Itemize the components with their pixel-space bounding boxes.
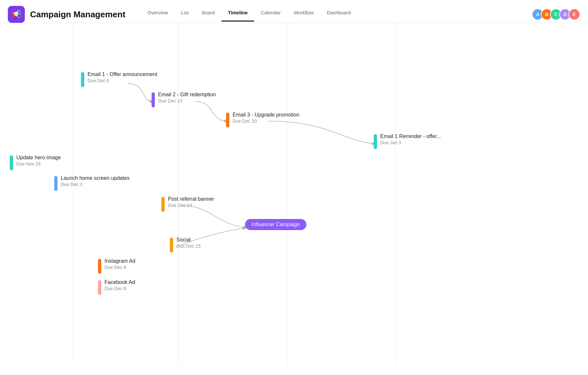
nav-dashboard[interactable]: Dashboard <box>320 7 357 22</box>
task-title-email1: Email 1 - Offer announcement <box>88 71 157 77</box>
task-due-referral: Due Dec 14 <box>168 203 214 208</box>
task-info-email1: Email 1 - Offer announcement Due Dec 6 <box>88 71 157 83</box>
main-nav: Overview List Board Timeline Calendar Wo… <box>141 7 532 22</box>
task-info-email2: Email 2 - Gift redemption Due Dec 13 <box>158 92 216 103</box>
task-info-hero: Update hero image Due Nov 29 <box>16 155 61 166</box>
task-facebook[interactable]: Facebook Ad Due Dec 8 <box>98 279 135 295</box>
task-hero[interactable]: Update hero image Due Nov 29 <box>10 155 61 170</box>
task-bar-email2 <box>152 92 155 107</box>
task-influencer[interactable]: Influencer Campaign <box>245 219 306 230</box>
task-referral[interactable]: Post referral banner Due Dec 14 <box>161 196 214 212</box>
task-bar-email3 <box>226 113 229 128</box>
task-due-email3: Due Dec 20 <box>233 118 300 124</box>
app-title: Campaign Management <box>30 9 125 20</box>
task-bar-reminder <box>374 134 377 149</box>
grid-line-2 <box>178 23 178 365</box>
task-info-facebook: Facebook Ad Due Dec 8 <box>105 279 135 291</box>
header: 📢 Campaign Management Overview List Boar… <box>0 0 588 23</box>
task-bar-email1 <box>81 72 84 87</box>
nav-timeline[interactable]: Timeline <box>221 7 254 22</box>
task-bar-instagram <box>98 259 101 274</box>
task-info-launch: Launch home screen updates Due Dec 3 <box>61 175 130 187</box>
task-launch[interactable]: Launch home screen updates Due Dec 3 <box>54 175 130 191</box>
task-email2[interactable]: Email 2 - Gift redemption Due Dec 13 <box>152 92 216 107</box>
task-due-launch: Due Dec 3 <box>61 182 130 187</box>
app-logo: 📢 <box>8 6 25 23</box>
task-due-instagram: Due Dec 8 <box>105 265 135 270</box>
nav-board[interactable]: Board <box>195 7 221 22</box>
task-bar-social <box>170 238 173 253</box>
avatar-5[interactable]: E <box>568 8 580 20</box>
task-bar-launch <box>54 176 57 191</box>
task-info-reminder: Email 1 Reminder - offer... Due Jan 3 <box>380 133 441 145</box>
nav-list[interactable]: List <box>174 7 195 22</box>
task-title-launch: Launch home screen updates <box>61 175 130 181</box>
task-bar-facebook <box>98 280 101 295</box>
team-avatars: A B C D E <box>532 8 580 20</box>
task-social[interactable]: Social Due Dec 15 <box>170 237 201 253</box>
grid-line-1 <box>72 23 72 365</box>
grid-line-4 <box>395 23 396 365</box>
task-due-email1: Due Dec 6 <box>88 78 157 83</box>
task-info-referral: Post referral banner Due Dec 14 <box>168 196 214 208</box>
task-title-facebook: Facebook Ad <box>105 279 135 285</box>
task-bar-referral <box>161 197 165 212</box>
task-instagram[interactable]: Instagram Ad Due Dec 8 <box>98 258 135 274</box>
task-info-social: Social Due Dec 15 <box>176 237 201 249</box>
grid-line-3 <box>287 23 288 365</box>
task-due-social: Due Dec 15 <box>176 243 201 249</box>
task-due-facebook: Due Dec 8 <box>105 286 135 291</box>
task-due-hero: Due Nov 29 <box>16 161 61 166</box>
task-email3[interactable]: Email 3 - Upgrade promotion Due Dec 20 <box>226 112 300 128</box>
task-title-email3: Email 3 - Upgrade promotion <box>233 112 300 118</box>
task-due-reminder: Due Jan 3 <box>380 140 441 145</box>
logo-icon: 📢 <box>11 10 21 19</box>
task-due-email2: Due Dec 13 <box>158 98 216 103</box>
task-title-social: Social <box>176 237 201 243</box>
task-title-instagram: Instagram Ad <box>105 258 135 264</box>
task-title-hero: Update hero image <box>16 155 61 161</box>
nav-workflow[interactable]: Workflow <box>287 7 320 22</box>
timeline-area: Email 1 - Offer announcement Due Dec 6 E… <box>0 23 588 365</box>
task-title-email2: Email 2 - Gift redemption <box>158 92 216 98</box>
task-info-email3: Email 3 - Upgrade promotion Due Dec 20 <box>233 112 300 124</box>
task-email-reminder[interactable]: Email 1 Reminder - offer... Due Jan 3 <box>374 133 441 149</box>
task-badge-influencer: Influencer Campaign <box>245 219 306 230</box>
task-bar-hero <box>10 155 13 170</box>
task-email1[interactable]: Email 1 - Offer announcement Due Dec 6 <box>81 71 157 87</box>
task-title-reminder: Email 1 Reminder - offer... <box>380 133 441 139</box>
nav-overview[interactable]: Overview <box>141 7 175 22</box>
nav-calendar[interactable]: Calendar <box>254 7 287 22</box>
task-title-referral: Post referral banner <box>168 196 214 202</box>
task-info-instagram: Instagram Ad Due Dec 8 <box>105 258 135 270</box>
